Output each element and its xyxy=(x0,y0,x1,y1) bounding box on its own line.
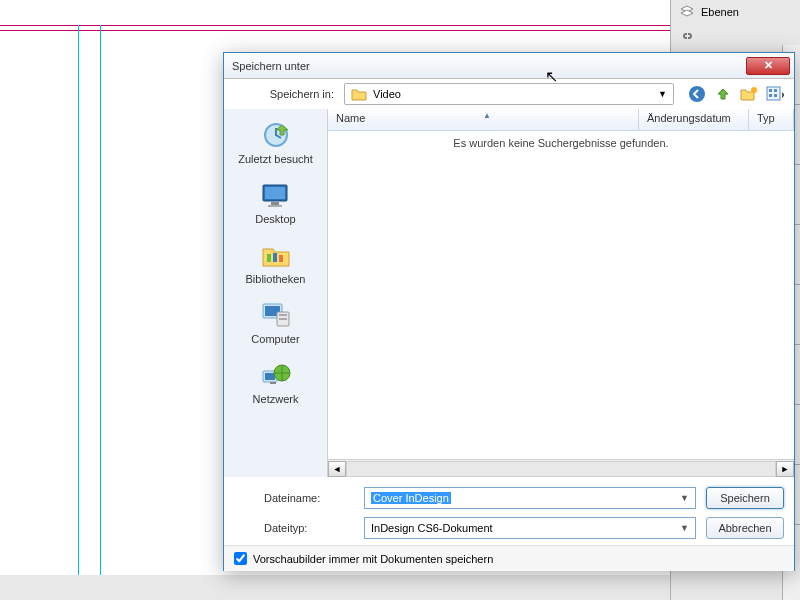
save-in-label: Speichern in: xyxy=(234,88,334,100)
sidebar-item-network[interactable]: Netzwerk xyxy=(249,355,303,409)
layers-icon xyxy=(679,4,695,20)
svg-rect-8 xyxy=(774,94,777,97)
chevron-down-icon: ▼ xyxy=(658,89,667,99)
chevron-down-icon: ▼ xyxy=(680,523,689,533)
close-icon: ✕ xyxy=(764,59,773,72)
horizontal-scrollbar[interactable]: ◄ ► xyxy=(328,459,794,477)
folder-icon xyxy=(351,87,367,101)
sidebar-item-desktop[interactable]: Desktop xyxy=(251,175,299,229)
panel-label: Ebenen xyxy=(701,6,739,18)
sidebar-item-label: Zuletzt besucht xyxy=(238,153,313,165)
filetype-value: InDesign CS6-Dokument xyxy=(371,522,493,534)
back-button[interactable] xyxy=(688,85,706,103)
new-folder-button[interactable] xyxy=(740,85,758,103)
thumbnail-check-label: Vorschaubilder immer mit Dokumenten spei… xyxy=(253,553,493,565)
svg-rect-14 xyxy=(267,254,271,262)
dialog-bottom: Dateiname: Cover InDesign ▼ Speichern Da… xyxy=(224,477,794,545)
sidebar-item-label: Computer xyxy=(251,333,299,345)
folder-name: Video xyxy=(373,88,401,100)
sidebar-item-libraries[interactable]: Bibliotheken xyxy=(242,235,310,289)
desktop-icon xyxy=(259,179,291,211)
svg-rect-5 xyxy=(769,89,772,92)
svg-rect-16 xyxy=(279,255,283,262)
network-icon xyxy=(260,359,292,391)
column-header-name[interactable]: Name▲ xyxy=(328,109,639,130)
computer-icon xyxy=(259,299,291,331)
scroll-right-button[interactable]: ► xyxy=(776,461,794,477)
svg-point-3 xyxy=(751,87,757,93)
recent-icon xyxy=(260,119,292,151)
close-button[interactable]: ✕ xyxy=(746,57,790,75)
view-menu-button[interactable] xyxy=(766,85,784,103)
scroll-left-button[interactable]: ◄ xyxy=(328,461,346,477)
svg-rect-4 xyxy=(767,87,780,100)
sidebar-item-label: Netzwerk xyxy=(253,393,299,405)
dialog-titlebar[interactable]: Speichern unter ✕ xyxy=(224,53,794,79)
vertical-guide[interactable] xyxy=(78,25,79,575)
dialog-title: Speichern unter xyxy=(228,60,746,72)
scroll-track[interactable] xyxy=(346,461,776,477)
column-headers: Name▲ Änderungsdatum Typ xyxy=(328,109,794,131)
cancel-button[interactable]: Abbrechen xyxy=(706,517,784,539)
filename-value: Cover InDesign xyxy=(371,492,451,504)
filename-label: Dateiname: xyxy=(234,492,354,504)
sort-asc-icon: ▲ xyxy=(483,111,491,120)
save-button[interactable]: Speichern xyxy=(706,487,784,509)
svg-rect-20 xyxy=(279,314,287,316)
svg-marker-1 xyxy=(681,10,693,16)
svg-rect-7 xyxy=(769,94,772,97)
svg-rect-15 xyxy=(273,253,277,262)
column-header-type[interactable]: Typ xyxy=(749,109,794,130)
filetype-combobox[interactable]: InDesign CS6-Dokument ▼ xyxy=(364,517,696,539)
libraries-icon xyxy=(260,239,292,271)
sidebar-item-computer[interactable]: Computer xyxy=(247,295,303,349)
file-list-area: Name▲ Änderungsdatum Typ Es wurden keine… xyxy=(328,109,794,477)
folder-dropdown[interactable]: Video ▼ xyxy=(344,83,674,105)
svg-rect-6 xyxy=(774,89,777,92)
places-sidebar: Zuletzt besucht Desktop Bibliotheken Com… xyxy=(224,109,328,477)
svg-rect-25 xyxy=(270,382,276,384)
column-header-date[interactable]: Änderungsdatum xyxy=(639,109,749,130)
filename-combobox[interactable]: Cover InDesign ▼ xyxy=(364,487,696,509)
vertical-guide[interactable] xyxy=(100,25,101,575)
empty-message: Es wurden keine Suchergebnisse gefunden. xyxy=(328,131,794,459)
thumbnail-option-row: Vorschaubilder immer mit Dokumenten spei… xyxy=(224,545,794,571)
sidebar-item-label: Desktop xyxy=(255,213,295,225)
save-as-dialog: Speichern unter ✕ Speichern in: Video ▼ … xyxy=(223,52,795,571)
link-icon xyxy=(679,28,695,44)
panel-row-ebenen[interactable]: Ebenen xyxy=(671,0,800,24)
location-bar: Speichern in: Video ▼ xyxy=(224,79,794,109)
svg-rect-12 xyxy=(271,202,279,205)
svg-rect-11 xyxy=(265,187,285,199)
up-button[interactable] xyxy=(714,85,732,103)
sidebar-item-label: Bibliotheken xyxy=(246,273,306,285)
panel-row-links[interactable] xyxy=(671,24,800,48)
canvas-footer xyxy=(0,575,670,600)
svg-rect-21 xyxy=(279,318,287,320)
chevron-down-icon: ▼ xyxy=(680,493,689,503)
svg-rect-23 xyxy=(265,373,275,380)
svg-rect-13 xyxy=(268,205,282,207)
filetype-label: Dateityp: xyxy=(234,522,354,534)
sidebar-item-recent[interactable]: Zuletzt besucht xyxy=(234,115,317,169)
svg-point-2 xyxy=(689,86,705,102)
thumbnail-checkbox[interactable] xyxy=(234,552,247,565)
